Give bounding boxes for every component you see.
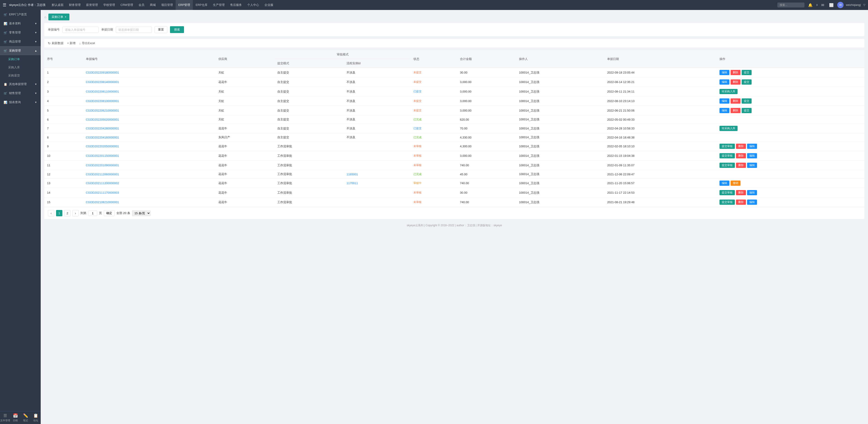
edit-button[interactable]: 编辑 [719, 108, 730, 113]
delete-button[interactable]: 删除 [736, 163, 746, 168]
top-nav-item-11[interactable]: 售后服务 [227, 0, 245, 10]
top-nav-item-6[interactable]: 商城 [147, 0, 158, 10]
edit-button[interactable]: 编辑 [719, 70, 730, 75]
submit-review-button[interactable]: 提交审核 [719, 144, 735, 149]
delete-button[interactable]: 删除 [731, 108, 741, 113]
page-size-select[interactable]: 15 条/页20 条/页30 条/页50 条/页 [132, 210, 151, 216]
submit-button[interactable]: 提交 [742, 79, 752, 85]
submit-review-button[interactable]: 提交审核 [719, 163, 735, 168]
delete-button[interactable]: 删除 [731, 98, 741, 104]
refresh-button[interactable]: ↻ 刷新数据 [48, 41, 64, 45]
edit-button[interactable]: 编辑 [747, 200, 757, 205]
sidebar-item-basic[interactable]: 📊 基本资料 ▼ [0, 19, 41, 28]
transfer-button[interactable]: 转采购入库 [719, 89, 738, 94]
sidebar-item-erp-home[interactable]: 🛒 ERP门户首页 [0, 10, 41, 19]
bottom-bar-notes[interactable]: ✏️ 笔记 [20, 413, 31, 422]
search-button[interactable]: 搜索 [170, 26, 184, 33]
top-nav-item-12[interactable]: 个人中心 [245, 0, 262, 10]
edit-button[interactable]: 编辑 [719, 98, 730, 104]
page-goto-input[interactable] [88, 210, 97, 216]
order-no-input[interactable] [62, 27, 98, 33]
edit-button[interactable]: 编辑 [747, 163, 757, 168]
order-no-link[interactable]: CGDD202108210000001 [86, 200, 119, 204]
reset-button[interactable]: 重置 [155, 26, 167, 33]
sidebar-sub-item-purchase-return[interactable]: 采购退货 [0, 72, 41, 80]
revoke-button[interactable]: 撤销 [731, 180, 741, 186]
edit-button[interactable]: 编辑 [747, 144, 757, 149]
order-no-link[interactable]: CGDD202208110000001 [86, 90, 119, 93]
avatar[interactable]: W [837, 2, 844, 8]
page-1-button[interactable]: 1 [56, 210, 62, 216]
order-no-link[interactable]: CGDD202201090000001 [86, 164, 119, 167]
bottom-bar-forum[interactable]: 📋 论坛 [31, 413, 41, 422]
submit-button[interactable]: 提交 [742, 98, 752, 104]
expand-icon[interactable]: ▽ [863, 3, 865, 6]
sidebar-item-report[interactable]: 📊 报表查询 ▼ [0, 98, 41, 107]
order-no-link[interactable]: CGDD202111200000002 [86, 181, 119, 185]
page-2-button[interactable]: 2 [64, 210, 70, 216]
submit-review-button[interactable]: 提交审核 [719, 153, 735, 159]
submit-button[interactable]: 提交 [742, 108, 752, 113]
home-icon[interactable]: ⌂ [44, 15, 46, 19]
order-no-link[interactable]: CGDD202208100000001 [86, 99, 119, 103]
message-icon[interactable]: ✉ [820, 2, 826, 8]
sidebar-sub-item-purchase-in[interactable]: 采购入库 [0, 63, 41, 72]
delete-button[interactable]: 删除 [736, 153, 746, 159]
top-nav-item-3[interactable]: 学校管理 [101, 0, 118, 10]
delete-button[interactable]: 删除 [731, 70, 741, 75]
tab-purchase-order[interactable]: 采购订单 × [49, 13, 69, 20]
top-nav-item-9[interactable]: ERP仓库 [193, 0, 210, 10]
sidebar-item-sales[interactable]: 🛒 销售管理 ▼ [0, 89, 41, 98]
bottom-bar-calendar[interactable]: 📅 日程 [10, 413, 20, 422]
edit-button[interactable]: 编辑 [719, 180, 730, 186]
global-search-input[interactable] [777, 2, 804, 7]
bottom-bar-file[interactable]: ☰ 文件管理 [0, 413, 10, 422]
sidebar-item-purchase[interactable]: 🛒 采购管理 ▲ [0, 46, 41, 55]
goto-confirm-button[interactable]: 确定 [104, 210, 115, 216]
process-id-link[interactable]: 1165001 [346, 173, 358, 176]
edit-button[interactable]: 编辑 [747, 153, 757, 159]
next-page-button[interactable]: › [72, 210, 79, 216]
delete-button[interactable]: 删除 [736, 200, 746, 205]
submit-review-button[interactable]: 提交审核 [719, 200, 735, 205]
order-no-link[interactable]: CGDD202204160000001 [86, 136, 119, 139]
sidebar-sub-item-purchase-order[interactable]: 采购订单 [0, 55, 41, 63]
top-nav-item-13[interactable]: 企业服 [262, 0, 276, 10]
order-no-link[interactable]: CGDD202209180000001 [86, 71, 119, 74]
delete-button[interactable]: 删除 [736, 190, 746, 195]
tab-close-icon[interactable]: × [65, 16, 66, 19]
edit-button[interactable]: 编辑 [747, 190, 757, 195]
date-input[interactable] [116, 27, 152, 33]
sidebar-item-other[interactable]: 📋 其他单据管理 ▼ [0, 80, 41, 89]
process-id-link[interactable]: 1170011 [346, 181, 358, 185]
sidebar-item-retail[interactable]: 🛒 零售管理 ▼ [0, 28, 41, 37]
top-nav-item-7[interactable]: 项目管理 [158, 0, 176, 10]
delete-button[interactable]: 删除 [736, 144, 746, 149]
prev-page-button[interactable]: ‹ [48, 210, 54, 216]
order-no-link[interactable]: CGDD202204280000001 [86, 127, 119, 130]
menu-toggle-icon[interactable]: ☰ [3, 2, 6, 7]
export-button[interactable]: ↓ 导出Excel [79, 41, 95, 45]
top-nav-item-5[interactable]: 会员 [136, 0, 147, 10]
order-no-link[interactable]: CGDD202206210000001 [86, 109, 119, 112]
order-no-link[interactable]: CGDD202111170000003 [86, 191, 119, 194]
order-no-link[interactable]: CGDD202202050000001 [86, 145, 119, 148]
submit-review-button[interactable]: 提交审核 [719, 190, 735, 195]
sidebar-item-goods[interactable]: 🛒 商品管理 ▼ [0, 37, 41, 46]
top-nav-item-10[interactable]: 生产管理 [210, 0, 227, 10]
transfer-button[interactable]: 转采购入库 [719, 126, 738, 131]
top-nav-item-0[interactable]: 默认桌面 [49, 0, 66, 10]
order-no-link[interactable]: CGDD202205020000001 [86, 118, 119, 121]
top-nav-item-4[interactable]: CRM管理 [118, 0, 136, 10]
submit-button[interactable]: 提交 [742, 70, 752, 75]
add-button[interactable]: + 新增 [67, 41, 75, 45]
order-no-link[interactable]: CGDD202112060000001 [86, 173, 119, 176]
top-nav-item-8[interactable]: ERP管理 [176, 0, 193, 10]
edit-button[interactable]: 编辑 [719, 79, 730, 85]
order-no-link[interactable]: CGDD202208140000001 [86, 80, 119, 84]
delete-button[interactable]: 删除 [731, 79, 741, 85]
notification-icon[interactable]: 🔔 [807, 2, 814, 8]
top-nav-item-1[interactable]: 财务管理 [66, 0, 84, 10]
screen-icon[interactable]: ⬜ [828, 2, 835, 8]
top-nav-item-2[interactable]: 薪资管理 [84, 0, 101, 10]
